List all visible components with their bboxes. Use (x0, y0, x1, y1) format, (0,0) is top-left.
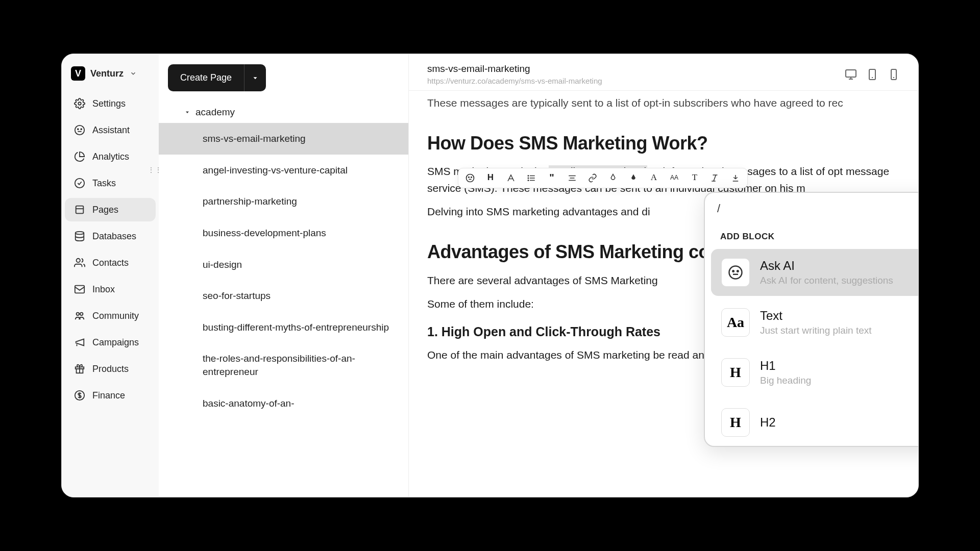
tree-item[interactable]: ui-design (159, 249, 408, 281)
link-icon[interactable] (587, 172, 598, 184)
text-toolbar: H " A AA T (458, 168, 748, 188)
sidebar-item-assistant[interactable]: Assistant (65, 118, 156, 142)
heading-icon[interactable]: H (485, 172, 496, 184)
add-block-label: ADD BLOCK (705, 217, 918, 249)
sidebar-item-databases[interactable]: Databases (65, 224, 156, 248)
color-icon[interactable] (607, 172, 619, 184)
svg-point-45 (737, 270, 739, 272)
desktop-icon[interactable] (845, 68, 857, 81)
tree-item-label: sms-vs-email-marketing (203, 133, 306, 144)
heading[interactable]: How Does SMS Marketing Work? (427, 129, 900, 158)
sidebar-item-label: Analytics (92, 152, 129, 162)
sidebar-item-label: Settings (92, 98, 126, 109)
sidebar-item-pages[interactable]: Pages (65, 198, 156, 221)
tree-item[interactable]: the-roles-and-responsibilities-of-an-ent… (159, 343, 408, 387)
block-option-subtitle: Big heading (760, 375, 811, 386)
svg-point-7 (76, 232, 84, 235)
block-option-ask-ai[interactable]: Ask AI Ask AI for content, suggestions (711, 249, 918, 296)
sidebar-item-label: Community (92, 311, 139, 321)
svg-rect-5 (76, 206, 84, 214)
tree-item[interactable]: seo-for-startups (159, 280, 408, 312)
tree-item[interactable]: busting-different-myths-of-entrepreneurs… (159, 312, 408, 343)
sidebar-item-label: Campaigns (92, 337, 139, 348)
block-option-subtitle: Ask AI for content, suggestions (760, 275, 893, 286)
tree-item[interactable]: business-development-plans (159, 217, 408, 249)
tree-item-label: the-roles-and-responsibilities-of-an-ent… (203, 353, 355, 377)
caret-down-icon (184, 109, 190, 115)
sidebar-item-settings[interactable]: Settings (65, 92, 156, 115)
align-icon[interactable] (567, 172, 578, 184)
megaphone-icon (74, 337, 85, 348)
svg-rect-19 (846, 70, 856, 77)
tree-item[interactable]: ⋮⋮ angel-investing-vs-venture-capital (159, 155, 408, 186)
small-caps-icon[interactable]: AA (669, 172, 680, 184)
mail-icon (74, 284, 85, 295)
tree-item-label: basic-anatomy-of-an- (203, 398, 295, 409)
create-page-wrap: Create Page (168, 64, 399, 91)
sidebar-item-community[interactable]: Community (65, 304, 156, 328)
create-page-dropdown[interactable] (244, 64, 266, 91)
h1-icon: H (721, 358, 750, 387)
font-icon[interactable] (505, 172, 517, 184)
svg-point-8 (77, 259, 80, 262)
face-icon (74, 124, 85, 136)
svg-point-44 (732, 270, 734, 272)
sidebar-item-inbox[interactable]: Inbox (65, 278, 156, 301)
tree-item-label: ui-design (203, 259, 242, 270)
pages-icon (74, 204, 85, 215)
tree-folder-academy[interactable]: academy (159, 102, 408, 123)
block-option-title: H2 (760, 415, 776, 430)
block-search[interactable]: / (717, 202, 918, 215)
sidebar-item-finance[interactable]: Finance (65, 384, 156, 407)
svg-point-11 (80, 313, 83, 316)
sidebar-item-label: Contacts (92, 258, 129, 268)
brand-logo: V (71, 66, 85, 81)
svg-point-1 (75, 126, 84, 135)
sidebar: V Venturz Settings Assistant Analytics T… (62, 54, 159, 497)
sidebar-item-products[interactable]: Products (65, 357, 156, 381)
tree-item[interactable]: basic-anatomy-of-an- (159, 388, 408, 419)
drag-handle-icon[interactable]: ⋮⋮ (148, 165, 162, 175)
sidebar-item-contacts[interactable]: Contacts (65, 251, 156, 274)
sidebar-item-tasks[interactable]: Tasks (65, 171, 156, 195)
sidebar-item-label: Tasks (92, 178, 116, 189)
svg-point-26 (467, 174, 474, 182)
pie-icon (74, 151, 85, 162)
more-icon[interactable] (730, 172, 741, 184)
block-option-title: Text (760, 309, 872, 323)
block-option-h1[interactable]: H H1 Big heading (711, 349, 918, 396)
svg-point-34 (528, 175, 529, 176)
list-icon[interactable] (526, 172, 537, 184)
svg-point-36 (528, 180, 529, 181)
page-url: https://venturz.co/academy/sms-vs-email-… (427, 77, 602, 85)
svg-point-4 (75, 179, 84, 188)
database-icon (74, 231, 85, 242)
tree-item-label: angel-investing-vs-venture-capital (203, 165, 348, 176)
mobile-icon[interactable] (888, 68, 900, 81)
editor: sms-vs-email-marketing https://venturz.c… (409, 54, 918, 497)
tree-folder-label: academy (195, 107, 235, 118)
block-option-title: Ask AI (760, 259, 893, 273)
ai-icon[interactable] (464, 172, 476, 184)
clear-format-icon[interactable] (709, 172, 721, 184)
sidebar-item-label: Pages (92, 205, 118, 215)
tree-item-label: busting-different-myths-of-entrepreneurs… (203, 322, 389, 333)
block-option-text[interactable]: Aa Text Just start writing plain text (711, 299, 918, 346)
highlight-icon[interactable] (628, 172, 639, 184)
create-page-button[interactable]: Create Page (168, 64, 244, 91)
text-t-icon[interactable]: T (689, 172, 700, 184)
svg-point-27 (469, 177, 470, 178)
h2-icon: H (721, 408, 750, 437)
tablet-icon[interactable] (866, 68, 878, 81)
chevron-down-icon (130, 70, 137, 77)
quote-icon[interactable]: " (546, 172, 557, 184)
tree-item[interactable]: partnership-marketing (159, 186, 408, 217)
sidebar-item-analytics[interactable]: Analytics (65, 145, 156, 168)
block-option-h2[interactable]: H H2 (711, 399, 918, 446)
text-a-icon[interactable]: A (648, 172, 659, 184)
svg-point-0 (78, 102, 81, 105)
tree-item[interactable]: sms-vs-email-marketing (159, 123, 408, 155)
brand[interactable]: V Venturz (62, 62, 159, 89)
paragraph[interactable]: These messages are typically sent to a l… (427, 95, 900, 112)
sidebar-item-campaigns[interactable]: Campaigns (65, 331, 156, 354)
